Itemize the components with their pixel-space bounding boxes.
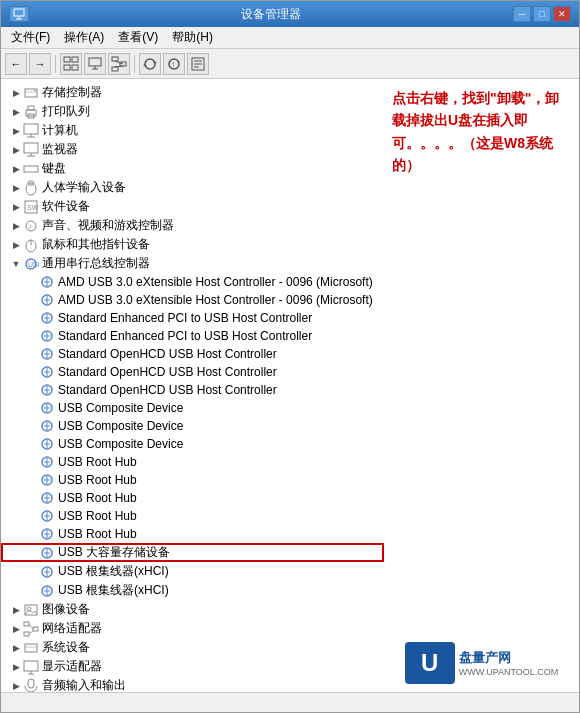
update-icon: ↑ — [166, 56, 182, 72]
expand-arrow[interactable]: ▶ — [9, 86, 23, 100]
tree-item-usb_root_xhci[interactable]: USB 根集线器(xHCI) — [1, 562, 384, 581]
device-tree[interactable]: ▶存储控制器▶打印队列▶计算机▶监视器▶键盘▶人体学输入设备▶SW软件设备▶♪声… — [1, 79, 384, 692]
tree-item-label: AMD USB 3.0 eXtensible Host Controller -… — [58, 275, 373, 289]
usb_dev-icon — [39, 364, 55, 380]
expand-arrow — [25, 347, 39, 361]
tree-item-display[interactable]: ▶显示适配器 — [1, 657, 384, 676]
expand-arrow[interactable]: ▶ — [9, 622, 23, 636]
expand-arrow[interactable]: ▶ — [9, 162, 23, 176]
tree-item-usb_root2[interactable]: USB Root Hub — [1, 471, 384, 489]
expand-arrow — [25, 509, 39, 523]
expand-arrow[interactable]: ▶ — [9, 603, 23, 617]
expand-arrow[interactable]: ▶ — [9, 219, 23, 233]
toolbar-separator-2 — [134, 55, 135, 73]
expand-button[interactable] — [60, 53, 82, 75]
expand-arrow[interactable]: ▶ — [9, 105, 23, 119]
expand-arrow — [25, 473, 39, 487]
toolbar-separator-1 — [55, 55, 56, 73]
menu-help[interactable]: 帮助(H) — [166, 27, 219, 48]
annotation-text: 点击右键，找到"卸载"，卸载掉拔出U盘在插入即可。。。。（这是W8系统的） — [392, 87, 571, 177]
tree-item-usb_root_xhci2[interactable]: USB 根集线器(xHCI) — [1, 581, 384, 600]
mouse-icon — [23, 237, 39, 253]
tree-item-amd_usb2[interactable]: AMD USB 3.0 eXtensible Host Controller -… — [1, 291, 384, 309]
update-button[interactable]: ↑ — [163, 53, 185, 75]
usb_dev-icon — [39, 328, 55, 344]
tree-item-software[interactable]: ▶SW软件设备 — [1, 197, 384, 216]
tree-item-std_open2[interactable]: Standard OpenHCD USB Host Controller — [1, 363, 384, 381]
tree-item-usb_root4[interactable]: USB Root Hub — [1, 507, 384, 525]
svg-rect-12 — [112, 67, 118, 71]
usb_dev-icon — [39, 436, 55, 452]
logo-url: WWW.UPANTOOL.COM — [459, 667, 559, 677]
tree-item-usb_root3[interactable]: USB Root Hub — [1, 489, 384, 507]
expand-arrow — [25, 491, 39, 505]
expand-arrow[interactable]: ▼ — [9, 257, 23, 271]
expand-arrow[interactable]: ▶ — [9, 143, 23, 157]
usb_dev-icon — [39, 454, 55, 470]
tree-item-image[interactable]: ▶图像设备 — [1, 600, 384, 619]
computer-icon — [23, 123, 39, 139]
tree-item-printer[interactable]: ▶打印队列 — [1, 102, 384, 121]
svg-rect-29 — [24, 124, 38, 134]
tree-item-usb_mass[interactable]: USB 大容量存储设备 — [1, 543, 384, 562]
refresh-button[interactable] — [139, 53, 161, 75]
tree-item-label: 存储控制器 — [42, 84, 102, 101]
properties-button[interactable] — [187, 53, 209, 75]
expand-arrow[interactable]: ▶ — [9, 200, 23, 214]
properties-icon — [190, 56, 206, 72]
tree-item-keyboard[interactable]: ▶键盘 — [1, 159, 384, 178]
tree-item-usb_root1[interactable]: USB Root Hub — [1, 453, 384, 471]
tree-item-hid[interactable]: ▶人体学输入设备 — [1, 178, 384, 197]
tree-item-std_pci2[interactable]: Standard Enhanced PCI to USB Host Contro… — [1, 327, 384, 345]
toolbar: ← → — [1, 49, 579, 79]
expand-arrow — [25, 437, 39, 451]
svg-marker-16 — [143, 64, 147, 66]
tree-item-amd_usb1[interactable]: AMD USB 3.0 eXtensible Host Controller -… — [1, 273, 384, 291]
tree-item-usb_comp1[interactable]: USB Composite Device — [1, 399, 384, 417]
tree-item-audio_video[interactable]: ▶♪声音、视频和游戏控制器 — [1, 216, 384, 235]
logo-icon: U — [405, 642, 455, 684]
tree-item-network[interactable]: ▶网络适配器 — [1, 619, 384, 638]
tree-item-audio_input[interactable]: ▶音频输入和输出 — [1, 676, 384, 692]
tree-item-label: 音频输入和输出 — [42, 677, 126, 692]
tree-item-computer[interactable]: ▶计算机 — [1, 121, 384, 140]
window-title: 设备管理器 — [29, 6, 513, 23]
tree-item-std_open3[interactable]: Standard OpenHCD USB Host Controller — [1, 381, 384, 399]
menu-view[interactable]: 查看(V) — [112, 27, 164, 48]
usb_dev-icon — [39, 490, 55, 506]
back-button[interactable]: ← — [5, 53, 27, 75]
tree-item-label: 软件设备 — [42, 198, 90, 215]
tree-item-usb_comp2[interactable]: USB Composite Device — [1, 417, 384, 435]
tree-item-usb_controller[interactable]: ▼USB通用串行总线控制器 — [1, 254, 384, 273]
tree-item-std_pci1[interactable]: Standard Enhanced PCI to USB Host Contro… — [1, 309, 384, 327]
tree-item-storage[interactable]: ▶存储控制器 — [1, 83, 384, 102]
svg-rect-105 — [24, 622, 29, 626]
expand-arrow — [25, 383, 39, 397]
expand-arrow[interactable]: ▶ — [9, 641, 23, 655]
tree-item-system[interactable]: ▶系统设备 — [1, 638, 384, 657]
tree-item-usb_comp3[interactable]: USB Composite Device — [1, 435, 384, 453]
computer-button[interactable] — [84, 53, 106, 75]
close-button[interactable]: ✕ — [553, 6, 571, 22]
tree-item-std_open1[interactable]: Standard OpenHCD USB Host Controller — [1, 345, 384, 363]
svg-rect-35 — [24, 166, 38, 172]
image-icon — [23, 602, 39, 618]
tree-item-mouse[interactable]: ▶鼠标和其他指针设备 — [1, 235, 384, 254]
expand-arrow[interactable]: ▶ — [9, 181, 23, 195]
menu-file[interactable]: 文件(F) — [5, 27, 56, 48]
expand-arrow[interactable]: ▶ — [9, 238, 23, 252]
minimize-button[interactable]: ─ — [513, 6, 531, 22]
tree-item-label: Standard OpenHCD USB Host Controller — [58, 347, 277, 361]
forward-button[interactable]: → — [29, 53, 51, 75]
expand-arrow[interactable]: ▶ — [9, 679, 23, 693]
svg-text:↑: ↑ — [171, 60, 175, 69]
expand-arrow — [25, 401, 39, 415]
menu-action[interactable]: 操作(A) — [58, 27, 110, 48]
maximize-button[interactable]: □ — [533, 6, 551, 22]
tree-item-usb_root5[interactable]: USB Root Hub — [1, 525, 384, 543]
tree-item-label: 键盘 — [42, 160, 66, 177]
expand-arrow[interactable]: ▶ — [9, 660, 23, 674]
expand-arrow[interactable]: ▶ — [9, 124, 23, 138]
tree-item-monitor[interactable]: ▶监视器 — [1, 140, 384, 159]
network-button[interactable] — [108, 53, 130, 75]
